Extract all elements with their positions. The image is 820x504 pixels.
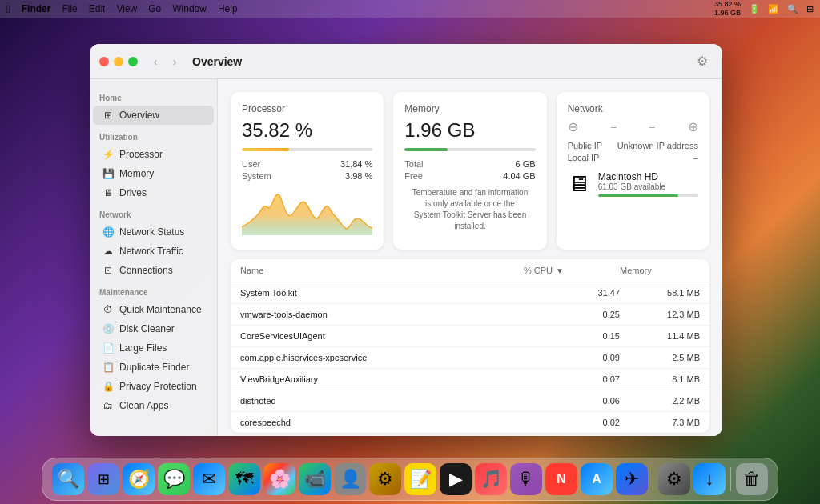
dock-item-launchpad[interactable]: ⊞ bbox=[87, 463, 119, 495]
network-status-icon: 🌐 bbox=[102, 226, 114, 238]
sidebar-item-network-status[interactable]: 🌐 Network Status bbox=[93, 222, 214, 242]
dock-item-podcasts[interactable]: 🎙 bbox=[510, 463, 542, 495]
dock-item-music[interactable]: 🎵 bbox=[475, 463, 507, 495]
cpu-status: 35.82 % 1.96 GB bbox=[714, 0, 741, 18]
process-memory: 58.1 MB bbox=[620, 288, 700, 298]
settings-icon[interactable]: ⚙ bbox=[697, 54, 713, 70]
disk-cleaner-icon: 💿 bbox=[102, 323, 114, 334]
dock-item-notes[interactable]: 📝 bbox=[404, 463, 436, 495]
maximize-button[interactable] bbox=[128, 57, 138, 66]
menubar-app-name[interactable]: Finder bbox=[22, 3, 51, 14]
dock-item-syspreferences[interactable]: ⚙ bbox=[658, 463, 690, 495]
sidebar-item-drives[interactable]: 🖥 Drives bbox=[93, 183, 214, 202]
process-name: distnoted bbox=[240, 396, 524, 406]
search-menubar-icon[interactable]: 🔍 bbox=[787, 4, 798, 14]
minimize-button[interactable] bbox=[114, 57, 123, 66]
drives-icon: 🖥 bbox=[102, 187, 114, 198]
processor-chart bbox=[242, 187, 372, 235]
stats-row: Processor 35.82 % User 31.84 % System 3.… bbox=[231, 92, 709, 250]
process-memory: 2.2 MB bbox=[620, 396, 700, 406]
process-memory: 8.1 MB bbox=[620, 374, 700, 384]
network-upload-value: – bbox=[611, 122, 617, 133]
menubar-window[interactable]: Window bbox=[172, 3, 207, 14]
hd-progress-fill bbox=[598, 194, 678, 197]
menubar-file[interactable]: File bbox=[62, 3, 77, 14]
sidebar-item-memory-label: Memory bbox=[119, 168, 154, 179]
processor-icon: ⚡ bbox=[102, 149, 114, 160]
dock-item-messages[interactable]: 💬 bbox=[158, 463, 190, 495]
dock-item-testflight[interactable]: ✈ bbox=[616, 463, 648, 495]
sidebar-item-quick-maintenance[interactable]: ⏱ Quick Maintenance bbox=[93, 300, 214, 319]
memory-progress-fill bbox=[404, 148, 448, 151]
public-ip-row: Public IP Unknown IP address bbox=[568, 141, 698, 150]
process-name: com.apple.hiservices-xpcservice bbox=[240, 353, 524, 362]
memory-total-value: 6 GB bbox=[516, 159, 536, 169]
close-button[interactable] bbox=[99, 57, 109, 66]
dock-item-appstore[interactable]: A bbox=[581, 463, 613, 495]
overview-icon: ⊞ bbox=[102, 110, 114, 121]
window-title: Overview bbox=[192, 55, 697, 68]
menubar-help[interactable]: Help bbox=[218, 3, 238, 14]
dock-item-safari[interactable]: 🧭 bbox=[123, 463, 155, 495]
sidebar-item-overview[interactable]: ⊞ Overview bbox=[93, 106, 214, 125]
dock-item-contacts[interactable]: 👤 bbox=[334, 463, 366, 495]
sidebar-item-disk-cleaner[interactable]: 💿 Disk Cleaner bbox=[93, 319, 214, 338]
dock-item-maps[interactable]: 🗺 bbox=[228, 463, 260, 495]
forward-button[interactable]: › bbox=[167, 54, 183, 70]
menubar-go[interactable]: Go bbox=[148, 3, 161, 14]
dock-item-news[interactable]: N bbox=[545, 463, 577, 495]
back-button[interactable]: ‹ bbox=[147, 54, 163, 70]
nav-arrows: ‹ › bbox=[147, 54, 183, 70]
dock-item-download[interactable]: ↓ bbox=[693, 463, 726, 495]
dock-item-appletv[interactable]: ▶ bbox=[440, 463, 472, 495]
table-row[interactable]: distnoted 0.06 2.2 MB bbox=[231, 390, 709, 412]
memory-free-label: Free bbox=[404, 171, 423, 181]
content-area: Processor 35.82 % User 31.84 % System 3.… bbox=[218, 79, 722, 436]
col-name-header: Name bbox=[240, 266, 524, 275]
memory-progress-bar bbox=[404, 148, 535, 151]
download-icon: ⊕ bbox=[688, 119, 698, 134]
sidebar-item-privacy-protection[interactable]: 🔒 Privacy Protection bbox=[93, 377, 214, 396]
privacy-protection-icon: 🔒 bbox=[102, 381, 114, 392]
process-cpu: 0.25 bbox=[524, 310, 620, 319]
sidebar-item-processor[interactable]: ⚡ Processor bbox=[93, 145, 214, 164]
table-row[interactable]: vmware-tools-daemon 0.25 12.3 MB bbox=[231, 304, 709, 326]
processor-progress-fill bbox=[242, 148, 289, 151]
sidebar-item-large-files-label: Large Files bbox=[119, 342, 167, 354]
dock-item-mail[interactable]: ✉ bbox=[193, 463, 225, 495]
table-row[interactable]: com.apple.hiservices-xpcservice 0.09 2.5… bbox=[231, 347, 709, 369]
dock-item-workflow[interactable]: ⚙ bbox=[369, 463, 401, 495]
dock-item-trash[interactable]: 🗑 bbox=[736, 463, 768, 495]
dock-item-facetime[interactable]: 📹 bbox=[299, 463, 331, 495]
dock-item-finder[interactable]: 🔍 bbox=[52, 463, 84, 495]
main-content: Home ⊞ Overview Utilization ⚡ Processor … bbox=[90, 79, 722, 436]
memory-details: Total 6 GB Free 4.04 GB bbox=[404, 159, 535, 181]
col-cpu-header[interactable]: % CPU ▼ bbox=[524, 266, 620, 275]
dock: 🔍 ⊞ 🧭 💬 ✉ 🗺 🌸 📹 👤 ⚙ 📝 ▶ 🎵 🎙 N A ✈ ⚙ ↓ 🗑 bbox=[42, 458, 778, 501]
processor-card: Processor 35.82 % User 31.84 % System 3.… bbox=[231, 92, 384, 250]
sidebar-item-connections-label: Connections bbox=[119, 265, 173, 276]
hd-progress-bar bbox=[598, 194, 698, 197]
menubar-edit[interactable]: Edit bbox=[89, 3, 106, 14]
sidebar-item-clean-apps[interactable]: 🗂 Clean Apps bbox=[93, 396, 214, 415]
table-row[interactable]: ViewBridgeAuxiliary 0.07 8.1 MB bbox=[231, 369, 709, 390]
dock-item-photos[interactable]: 🌸 bbox=[263, 463, 295, 495]
menubar-view[interactable]: View bbox=[116, 3, 137, 14]
hd-icon: 🖥 bbox=[568, 170, 590, 197]
table-row[interactable]: corespeechd 0.02 7.3 MB bbox=[231, 412, 709, 433]
sidebar-item-duplicate-finder[interactable]: 📋 Duplicate Finder bbox=[93, 358, 214, 377]
table-row[interactable]: CoreServicesUIAgent 0.15 11.4 MB bbox=[231, 326, 709, 347]
sidebar-item-privacy-protection-label: Privacy Protection bbox=[119, 381, 197, 392]
sidebar-item-connections[interactable]: ⊡ Connections bbox=[93, 261, 214, 280]
control-center-icon[interactable]: ⊞ bbox=[806, 4, 814, 14]
sidebar-item-large-files[interactable]: 📄 Large Files bbox=[93, 338, 214, 358]
sidebar-item-memory[interactable]: 💾 Memory bbox=[93, 164, 214, 183]
sidebar-item-network-traffic[interactable]: ☁ Network Traffic bbox=[93, 242, 214, 261]
sidebar-item-disk-cleaner-label: Disk Cleaner bbox=[119, 323, 175, 334]
hd-info: Macintosh HD 61.03 GB available bbox=[598, 171, 698, 197]
table-row[interactable]: System Toolkit 31.47 58.1 MB bbox=[231, 282, 709, 304]
network-separator: – bbox=[649, 122, 655, 133]
process-name: vmware-tools-daemon bbox=[240, 310, 524, 319]
process-cpu: 0.09 bbox=[524, 353, 620, 362]
apple-menu[interactable]:  bbox=[6, 3, 10, 15]
